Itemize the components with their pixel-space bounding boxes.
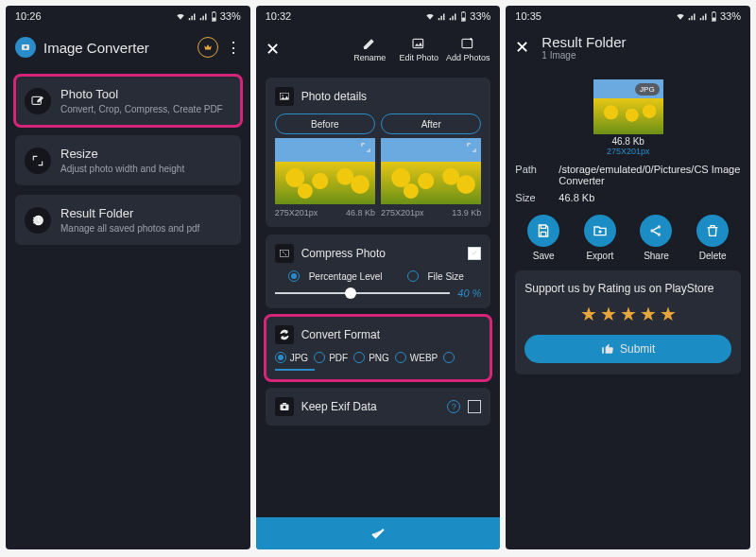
- signal-icon: [188, 12, 197, 21]
- rating-title: Support us by Rating us on PlayStore: [524, 282, 731, 295]
- star-icon[interactable]: ★: [660, 303, 677, 325]
- format-label: PDF: [329, 353, 348, 363]
- action-label: Rename: [353, 53, 386, 62]
- resize-icon: [25, 148, 51, 174]
- after-thumbnail[interactable]: [381, 138, 481, 204]
- close-icon[interactable]: ✕: [266, 39, 288, 60]
- submit-button[interactable]: Submit: [524, 335, 731, 363]
- format-label: WEBP: [410, 353, 438, 363]
- expand-icon[interactable]: [359, 141, 372, 154]
- thumbs-up-icon: [601, 342, 614, 356]
- screen-editor: 10:32 33% ✕ Rename Edit Photo Add Photos: [256, 6, 501, 549]
- menu-subtitle: Adjust photo width and height: [60, 164, 184, 174]
- action-label: Share: [644, 251, 669, 261]
- edit-photo-button[interactable]: Edit Photo: [396, 36, 441, 62]
- slider-knob[interactable]: [345, 287, 356, 299]
- status-bar: 10:32 33%: [256, 6, 501, 26]
- app-title: Image Converter: [43, 40, 190, 56]
- before-thumbnail[interactable]: [275, 138, 375, 204]
- editor-topbar: ✕ Rename Edit Photo Add Photos: [256, 26, 501, 72]
- before-dim: 275X201px: [275, 208, 318, 218]
- card-title: Compress Photo: [301, 247, 461, 260]
- convert-format-card: Convert Format JPG PDF PNG WEBP: [266, 316, 491, 380]
- action-label: Export: [586, 251, 613, 261]
- format-webp[interactable]: WEBP: [395, 352, 438, 363]
- signal-icon: [688, 12, 696, 21]
- add-photos-button[interactable]: Add Photos: [445, 36, 490, 62]
- page-subtitle: 1 Image: [541, 50, 626, 61]
- save-button[interactable]: Save: [527, 215, 559, 261]
- radio-label: File Size: [428, 271, 464, 282]
- status-icons: 33%: [425, 10, 490, 22]
- menu-resize[interactable]: Resize Adjust photo width and height: [15, 135, 241, 185]
- format-png[interactable]: PNG: [353, 352, 389, 363]
- format-pdf[interactable]: PDF: [314, 352, 348, 363]
- star-icon[interactable]: ★: [640, 303, 657, 325]
- svg-rect-20: [713, 17, 715, 20]
- check-icon: [369, 524, 387, 543]
- signal-icon: [199, 12, 208, 21]
- menu-photo-tool[interactable]: Photo Tool Convert, Crop, Compress, Crea…: [15, 76, 241, 126]
- exif-checkbox[interactable]: [468, 400, 481, 413]
- image-plus-icon: [460, 36, 475, 51]
- format-badge: JPG: [635, 83, 660, 96]
- format-more[interactable]: [443, 352, 455, 363]
- before-size: 46.8 Kb: [346, 208, 375, 218]
- confirm-button[interactable]: [256, 517, 501, 549]
- format-label: JPG: [290, 353, 308, 363]
- battery-pct: 33%: [470, 10, 490, 22]
- thumb-dim: 275X201px: [607, 147, 650, 156]
- share-button[interactable]: Share: [640, 215, 672, 261]
- size-value: 46.8 Kb: [558, 192, 741, 203]
- star-icon[interactable]: ★: [580, 303, 597, 325]
- share-icon: [648, 223, 663, 238]
- path-label: Path: [515, 164, 547, 186]
- card-title: Photo details: [301, 90, 367, 103]
- menu-text: Result Folder Manage all saved photos an…: [60, 206, 199, 234]
- format-jpg[interactable]: JPG: [275, 352, 308, 363]
- after-button[interactable]: After: [381, 113, 481, 134]
- export-button[interactable]: Export: [584, 215, 616, 261]
- battery-pct: 33%: [720, 10, 741, 22]
- radio-label: Percentage Level: [309, 271, 383, 282]
- star-icon[interactable]: ★: [620, 303, 637, 325]
- battery-icon: [211, 11, 217, 22]
- action-label: Add Photos: [446, 53, 490, 62]
- battery-icon: [711, 11, 717, 22]
- star-icon[interactable]: ★: [600, 303, 617, 325]
- svg-rect-8: [463, 11, 465, 12]
- compress-slider[interactable]: [275, 292, 451, 294]
- battery-pct: 33%: [220, 10, 241, 22]
- signal-icon: [438, 12, 446, 21]
- status-icons: 33%: [676, 10, 741, 22]
- home-content: Photo Tool Convert, Crop, Compress, Crea…: [6, 68, 250, 549]
- screen-home: 10:26 33% Image Converter ⋮ Photo Tool C…: [6, 6, 250, 549]
- svg-rect-17: [283, 403, 286, 405]
- menu-icon[interactable]: ⋮: [226, 39, 241, 57]
- compress-checkbox[interactable]: [468, 247, 481, 260]
- premium-icon[interactable]: [198, 37, 218, 58]
- help-icon[interactable]: ?: [447, 400, 460, 413]
- camera-icon: [275, 397, 294, 416]
- photo-details-card: Photo details Before 275X201px 46.8 Kb A…: [266, 78, 491, 227]
- radio-filesize[interactable]: [407, 270, 419, 282]
- before-button[interactable]: Before: [275, 113, 375, 134]
- radio-percentage[interactable]: [288, 270, 300, 282]
- signal-icon: [449, 12, 457, 21]
- expand-icon[interactable]: [465, 141, 478, 154]
- before-label: Before: [311, 119, 338, 130]
- submit-label: Submit: [620, 342, 655, 356]
- photo-tool-icon: [25, 88, 51, 114]
- result-thumbnail[interactable]: JPG 46.8 Kb 275X201px: [589, 79, 668, 156]
- rename-button[interactable]: Rename: [347, 36, 392, 62]
- menu-title: Photo Tool: [60, 87, 223, 101]
- svg-point-13: [282, 95, 284, 96]
- status-bar: 10:35 33%: [506, 6, 750, 26]
- menu-result-folder[interactable]: Result Folder Manage all saved photos an…: [15, 195, 241, 245]
- clock: 10:26: [15, 10, 42, 22]
- close-icon[interactable]: ✕: [515, 37, 538, 58]
- wifi-icon: [676, 11, 685, 21]
- image-icon: [275, 87, 294, 106]
- svg-rect-11: [462, 39, 472, 47]
- delete-button[interactable]: Delete: [696, 215, 729, 261]
